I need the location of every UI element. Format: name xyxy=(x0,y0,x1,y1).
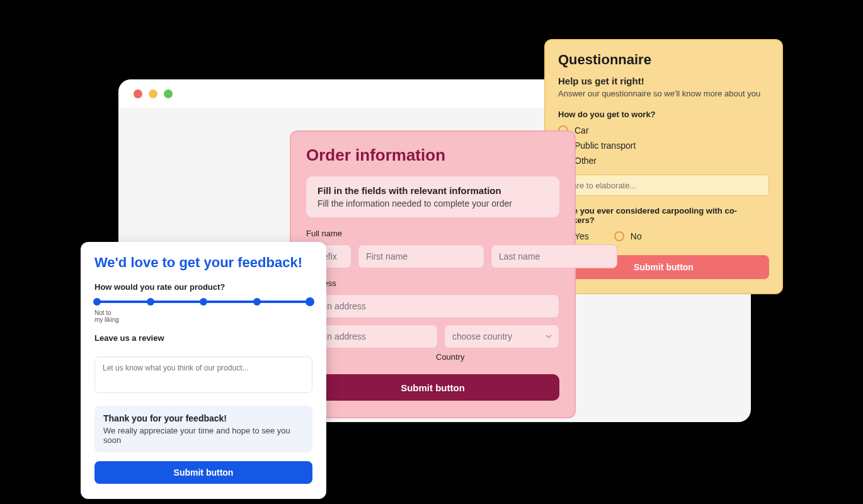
chevron-down-icon xyxy=(546,333,552,340)
country-select[interactable] xyxy=(444,324,559,348)
radio-option-no[interactable]: No xyxy=(614,231,642,241)
slider-stop-icon xyxy=(200,298,207,306)
close-icon[interactable] xyxy=(134,89,142,98)
radio-option-car[interactable]: Car xyxy=(558,125,769,135)
slider-stop-icon xyxy=(93,298,101,306)
radio-label: Car xyxy=(574,125,589,135)
order-instructions: Fill in the fields with relevant informa… xyxy=(306,176,559,217)
radio-label: No xyxy=(631,231,642,241)
order-title: Order information xyxy=(306,146,559,165)
elaborate-input[interactable] xyxy=(558,175,769,196)
firstname-input[interactable] xyxy=(358,244,484,268)
address-label: Address xyxy=(306,278,559,288)
slider-stop-icon xyxy=(253,298,261,306)
order-card: Order information Fill in the fields wit… xyxy=(290,130,576,418)
rate-label: How would you rate our product? xyxy=(94,282,312,292)
radio-label: Yes xyxy=(574,231,589,241)
feedback-submit-button[interactable]: Submit button xyxy=(94,461,312,484)
slider-stop-icon xyxy=(147,298,154,306)
feedback-card: We'd love to get your feedback! How woul… xyxy=(81,242,326,499)
q2-label: Have you ever considered carpooling with… xyxy=(558,206,769,225)
feedback-title: We'd love to get your feedback! xyxy=(94,255,312,271)
country-sublabel: Country xyxy=(436,352,559,362)
minimize-icon[interactable] xyxy=(149,89,157,98)
maximize-icon[interactable] xyxy=(164,89,173,98)
questionnaire-title: Questionnaire xyxy=(558,52,769,68)
questionnaire-subtitle: Help us get it right! xyxy=(558,76,769,86)
scale-min-label: Not to my liking xyxy=(94,309,120,323)
review-textarea[interactable] xyxy=(94,357,312,393)
instructions-title: Fill in the fields with relevant informa… xyxy=(317,185,548,196)
radio-label: Public transport xyxy=(574,140,636,151)
lastname-input[interactable] xyxy=(491,244,617,268)
questionnaire-subtext: Answer our questionnaire so we'll know m… xyxy=(558,89,769,98)
thank-you-subtitle: We really appreciate your time and hope … xyxy=(103,426,304,445)
radio-option-other[interactable]: Other xyxy=(558,156,769,166)
slider-thumb-icon[interactable] xyxy=(306,297,314,306)
q1-label: How do you get to work? xyxy=(558,110,769,119)
order-submit-button[interactable]: Submit button xyxy=(306,374,559,401)
radio-label: Other xyxy=(574,156,597,166)
review-label: Leave us a review xyxy=(94,333,312,343)
radio-icon xyxy=(614,231,624,241)
rating-slider[interactable] xyxy=(97,301,310,303)
fullname-label: Full name xyxy=(306,229,559,238)
thank-you-title: Thank you for your feedback! xyxy=(103,413,304,423)
radio-option-public-transport[interactable]: Public transport xyxy=(558,140,769,151)
instructions-subtitle: Fill the information needed to complete … xyxy=(317,198,548,209)
thank-you-box: Thank you for your feedback! We really a… xyxy=(94,406,312,452)
address-line1-input[interactable] xyxy=(306,294,559,318)
